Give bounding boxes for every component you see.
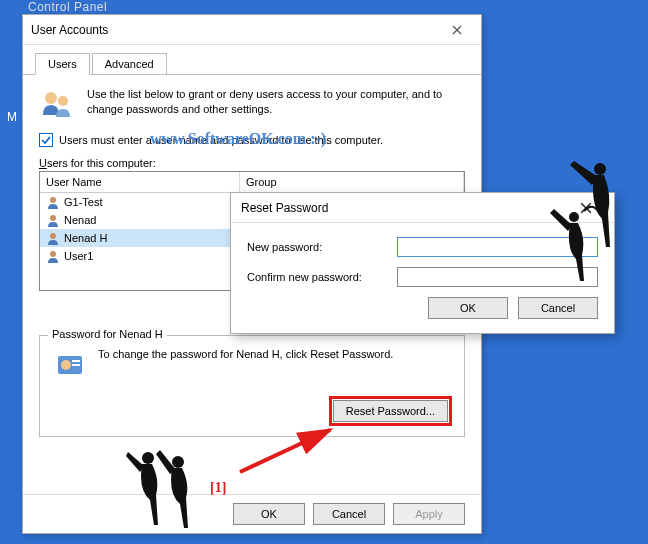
titlebar: User Accounts bbox=[23, 15, 481, 45]
user-icon bbox=[46, 249, 60, 263]
list-header: User Name Group bbox=[40, 172, 464, 193]
svg-point-4 bbox=[50, 233, 56, 239]
tab-row: Users Advanced bbox=[23, 45, 481, 75]
svg-point-7 bbox=[61, 360, 71, 370]
svg-point-0 bbox=[45, 92, 57, 104]
window-title: User Accounts bbox=[31, 23, 441, 37]
users-info-icon bbox=[39, 87, 75, 123]
ok-button[interactable]: OK bbox=[233, 503, 305, 525]
password-fieldset: Password for Nenad H To change the passw… bbox=[39, 335, 465, 437]
cancel-button[interactable]: Cancel bbox=[518, 297, 598, 319]
svg-rect-9 bbox=[72, 364, 80, 366]
tab-users[interactable]: Users bbox=[35, 53, 90, 75]
watermark-text: www.SoftwareOK.com :-) bbox=[150, 130, 326, 148]
cancel-button[interactable]: Cancel bbox=[313, 503, 385, 525]
password-text: To change the password for Nenad H, clic… bbox=[98, 348, 393, 360]
new-password-input[interactable] bbox=[397, 237, 598, 257]
svg-point-13 bbox=[594, 163, 606, 175]
col-group[interactable]: Group bbox=[240, 172, 464, 192]
reset-buttons: OK Cancel bbox=[247, 297, 598, 319]
background-letter: M bbox=[7, 110, 17, 124]
user-list-label: Users for this computer: bbox=[39, 157, 465, 169]
annotation-marker-1: [1] bbox=[210, 480, 226, 496]
tab-advanced[interactable]: Advanced bbox=[92, 53, 167, 74]
svg-rect-8 bbox=[72, 360, 80, 362]
user-name: G1-Test bbox=[64, 196, 103, 208]
user-name: Nenad bbox=[64, 214, 96, 226]
close-button[interactable] bbox=[441, 19, 473, 41]
reset-title-text: Reset Password bbox=[241, 201, 568, 215]
background-app-label: Control Panel bbox=[28, 0, 107, 14]
dialog-buttons: OK Cancel Apply bbox=[23, 494, 481, 533]
user-icon bbox=[46, 213, 60, 227]
fieldset-legend: Password for Nenad H bbox=[48, 328, 167, 340]
col-username[interactable]: User Name bbox=[40, 172, 240, 192]
reset-titlebar: Reset Password bbox=[231, 193, 614, 223]
confirm-password-input[interactable] bbox=[397, 267, 598, 287]
user-name: Nenad H bbox=[64, 232, 107, 244]
user-icon bbox=[46, 231, 60, 245]
reset-body: New password: Confirm new password: OK C… bbox=[231, 223, 614, 333]
user-name: User1 bbox=[64, 250, 93, 262]
svg-point-1 bbox=[58, 96, 68, 106]
user-icon bbox=[46, 195, 60, 209]
svg-point-5 bbox=[50, 251, 56, 257]
close-icon bbox=[580, 202, 592, 214]
reset-password-dialog: Reset Password New password: Confirm new… bbox=[230, 192, 615, 334]
ok-button[interactable]: OK bbox=[428, 297, 508, 319]
password-icon bbox=[52, 348, 88, 384]
info-row: Use the list below to grant or deny user… bbox=[39, 87, 465, 123]
reset-password-button[interactable]: Reset Password... bbox=[333, 400, 448, 422]
info-text: Use the list below to grant or deny user… bbox=[87, 87, 465, 123]
svg-point-3 bbox=[50, 215, 56, 221]
close-button[interactable] bbox=[568, 197, 604, 219]
must-enter-password-checkbox[interactable] bbox=[39, 133, 53, 147]
highlight-box: Reset Password... bbox=[329, 396, 452, 426]
apply-button[interactable]: Apply bbox=[393, 503, 465, 525]
svg-point-2 bbox=[50, 197, 56, 203]
confirm-password-label: Confirm new password: bbox=[247, 271, 397, 283]
check-icon bbox=[41, 135, 51, 145]
close-icon bbox=[452, 25, 462, 35]
new-password-label: New password: bbox=[247, 241, 397, 253]
